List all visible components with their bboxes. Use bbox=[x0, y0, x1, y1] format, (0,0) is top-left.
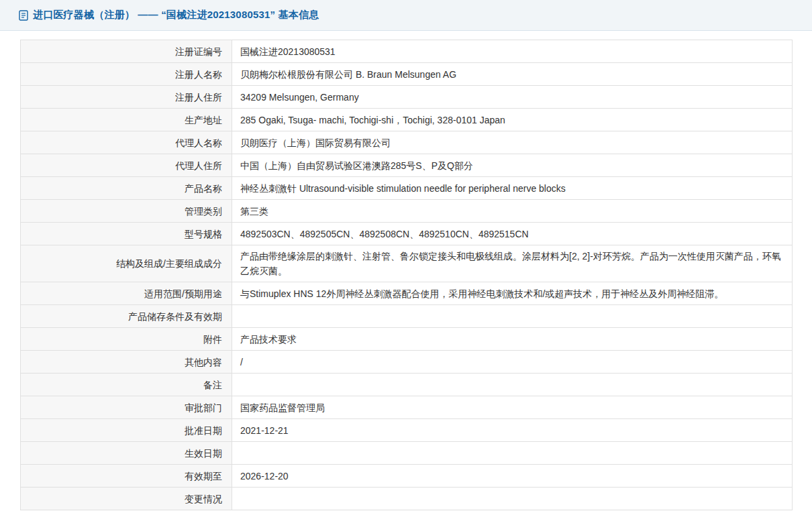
row-label: 适用范围/预期用途 bbox=[21, 282, 232, 305]
row-label: 备注 bbox=[21, 374, 232, 396]
row-label: 产品名称 bbox=[21, 177, 232, 200]
row-label: 注册人名称 bbox=[21, 63, 232, 86]
table-row: 注册人住所34209 Melsungen, Germany bbox=[21, 86, 793, 109]
row-value: 2026-12-20 bbox=[232, 465, 793, 488]
table-row: 适用范围/预期用途与Stimuplex HNS 12外周神经丛刺激器配合使用，采… bbox=[21, 282, 793, 305]
registration-info-table: 注册证编号国械注进20213080531注册人名称贝朗梅尔松根股份有限公司 B.… bbox=[20, 40, 793, 510]
row-value: 神经丛刺激针 Ultrasound-visible stimulation ne… bbox=[232, 177, 793, 200]
row-label: 生产地址 bbox=[21, 109, 232, 131]
row-label: 注册人住所 bbox=[21, 86, 232, 109]
row-value: 第三类 bbox=[232, 200, 793, 223]
table-row: 管理类别第三类 bbox=[21, 200, 793, 223]
row-value: 产品技术要求 bbox=[232, 328, 793, 351]
row-label: 代理人住所 bbox=[21, 154, 232, 177]
row-value: 285 Ogaki, Tsuga- machi, Tochigi-shi，Toc… bbox=[232, 109, 793, 131]
table-row: 注册证编号国械注进20213080531 bbox=[21, 40, 793, 63]
page-title: 进口医疗器械（注册） —— “国械注进20213080531” 基本信息 bbox=[33, 9, 319, 21]
row-value: 与Stimuplex HNS 12外周神经丛刺激器配合使用，采用神经电刺激技术和… bbox=[232, 282, 793, 305]
row-value bbox=[232, 374, 793, 396]
row-label: 其他内容 bbox=[21, 351, 232, 374]
registration-info-section: 注册证编号国械注进20213080531注册人名称贝朗梅尔松根股份有限公司 B.… bbox=[20, 40, 793, 510]
row-value: 国家药品监督管理局 bbox=[232, 396, 793, 419]
table-row: 备注 bbox=[21, 374, 793, 396]
row-value bbox=[232, 305, 793, 328]
row-label: 产品储存条件及有效期 bbox=[21, 305, 232, 328]
row-value: 国械注进20213080531 bbox=[232, 40, 793, 63]
row-value bbox=[232, 488, 793, 510]
page-header: 进口医疗器械（注册） —— “国械注进20213080531” 基本信息 bbox=[0, 0, 812, 31]
row-label: 型号规格 bbox=[21, 223, 232, 245]
table-row: 生产地址285 Ogaki, Tsuga- machi, Tochigi-shi… bbox=[21, 109, 793, 131]
row-value: 4892503CN、4892505CN、4892508CN、4892510CN、… bbox=[232, 223, 793, 245]
row-value: 产品由带绝缘涂层的刺激针、注射管、鲁尔锁定接头和电极线组成。涂层材料为[2, 2… bbox=[232, 245, 793, 282]
table-row: 产品储存条件及有效期 bbox=[21, 305, 793, 328]
row-label: 注册证编号 bbox=[21, 40, 232, 63]
row-label: 结构及组成/主要组成成分 bbox=[21, 245, 232, 282]
table-row: 型号规格4892503CN、4892505CN、4892508CN、489251… bbox=[21, 223, 793, 245]
row-value: / bbox=[232, 351, 793, 374]
row-label: 变更情况 bbox=[21, 488, 232, 510]
table-row: 注册人名称贝朗梅尔松根股份有限公司 B. Braun Melsungen AG bbox=[21, 63, 793, 86]
row-value bbox=[232, 442, 793, 465]
table-row: 审批部门国家药品监督管理局 bbox=[21, 396, 793, 419]
table-row: 附件产品技术要求 bbox=[21, 328, 793, 351]
row-label: 代理人名称 bbox=[21, 131, 232, 154]
row-value: 34209 Melsungen, Germany bbox=[232, 86, 793, 109]
row-value: 2021-12-21 bbox=[232, 419, 793, 442]
row-label: 审批部门 bbox=[21, 396, 232, 419]
row-label: 附件 bbox=[21, 328, 232, 351]
document-icon bbox=[19, 10, 28, 21]
row-value: 贝朗医疗（上海）国际贸易有限公司 bbox=[232, 131, 793, 154]
table-row: 变更情况 bbox=[21, 488, 793, 510]
table-row: 生效日期 bbox=[21, 442, 793, 465]
table-row: 代理人住所中国（上海）自由贸易试验区港澳路285号S、P及Q部分 bbox=[21, 154, 793, 177]
table-row: 产品名称神经丛刺激针 Ultrasound-visible stimulatio… bbox=[21, 177, 793, 200]
table-row: 有效期至2026-12-20 bbox=[21, 465, 793, 488]
table-row: 其他内容/ bbox=[21, 351, 793, 374]
row-value: 贝朗梅尔松根股份有限公司 B. Braun Melsungen AG bbox=[232, 63, 793, 86]
table-row: 批准日期2021-12-21 bbox=[21, 419, 793, 442]
row-label: 有效期至 bbox=[21, 465, 232, 488]
row-label: 批准日期 bbox=[21, 419, 232, 442]
info-table-body: 注册证编号国械注进20213080531注册人名称贝朗梅尔松根股份有限公司 B.… bbox=[21, 40, 793, 510]
row-value: 中国（上海）自由贸易试验区港澳路285号S、P及Q部分 bbox=[232, 154, 793, 177]
row-label: 生效日期 bbox=[21, 442, 232, 465]
table-row: 结构及组成/主要组成成分产品由带绝缘涂层的刺激针、注射管、鲁尔锁定接头和电极线组… bbox=[21, 245, 793, 282]
row-label: 管理类别 bbox=[21, 200, 232, 223]
table-row: 代理人名称贝朗医疗（上海）国际贸易有限公司 bbox=[21, 131, 793, 154]
